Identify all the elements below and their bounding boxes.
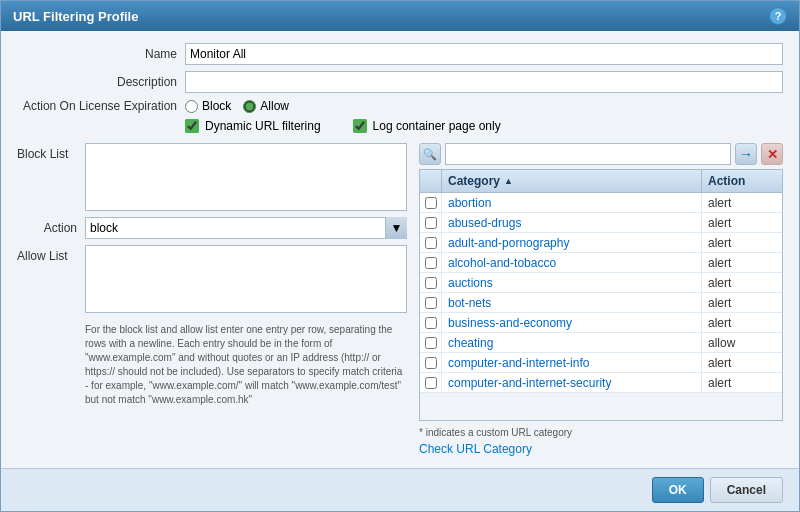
row-checkbox-cell — [420, 233, 442, 252]
row-checkbox[interactable] — [425, 197, 437, 209]
dynamic-url-checkbox-item: Dynamic URL filtering — [185, 119, 321, 133]
search-icon-btn[interactable]: 🔍 — [419, 143, 441, 165]
action-select[interactable]: block alert allow — [85, 217, 407, 239]
row-checkbox[interactable] — [425, 217, 437, 229]
row-action: alert — [702, 293, 782, 312]
radio-block-label: Block — [202, 99, 231, 113]
url-filtering-dialog: URL Filtering Profile ? Name Description… — [0, 0, 800, 512]
action-label: Action — [17, 221, 77, 235]
search-go-btn[interactable]: → — [735, 143, 757, 165]
row-category[interactable]: auctions — [442, 273, 702, 292]
row-checkbox[interactable] — [425, 257, 437, 269]
allow-list-label: Allow List — [17, 245, 77, 263]
row-category[interactable]: cheating — [442, 333, 702, 352]
description-label: Description — [17, 75, 177, 89]
row-checkbox-cell — [420, 213, 442, 232]
row-checkbox[interactable] — [425, 357, 437, 369]
table-row: business-and-economyalert — [420, 313, 782, 333]
row-checkbox-cell — [420, 353, 442, 372]
row-checkbox-cell — [420, 193, 442, 212]
row-category[interactable]: adult-and-pornography — [442, 233, 702, 252]
help-text: For the block list and allow list enter … — [17, 323, 407, 407]
row-checkbox[interactable] — [425, 237, 437, 249]
name-row: Name — [17, 43, 783, 65]
row-checkbox-cell — [420, 273, 442, 292]
row-checkbox[interactable] — [425, 277, 437, 289]
row-action: alert — [702, 353, 782, 372]
allow-list-section: Allow List — [17, 245, 407, 313]
row-category[interactable]: alcohol-and-tobacco — [442, 253, 702, 272]
radio-allow-item: Allow — [243, 99, 289, 113]
row-action: alert — [702, 213, 782, 232]
log-container-checkbox[interactable] — [353, 119, 367, 133]
dialog-header: URL Filtering Profile ? — [1, 1, 799, 31]
row-category[interactable]: abortion — [442, 193, 702, 212]
help-icon[interactable]: ? — [769, 7, 787, 25]
dynamic-url-label: Dynamic URL filtering — [205, 119, 321, 133]
search-row: 🔍 → ✕ — [419, 143, 783, 165]
cancel-button[interactable]: Cancel — [710, 477, 783, 503]
row-action: alert — [702, 373, 782, 392]
table-row: abortionalert — [420, 193, 782, 213]
row-action: alert — [702, 313, 782, 332]
name-input[interactable] — [185, 43, 783, 65]
row-checkbox[interactable] — [425, 377, 437, 389]
table-row: computer-and-internet-infoalert — [420, 353, 782, 373]
block-list-section: Block List — [17, 143, 407, 211]
license-action-row: Action On License Expiration Block Allow — [17, 99, 783, 113]
th-action: Action — [702, 170, 782, 192]
row-category[interactable]: computer-and-internet-security — [442, 373, 702, 392]
th-check — [420, 170, 442, 192]
ok-button[interactable]: OK — [652, 477, 704, 503]
row-category[interactable]: abused-drugs — [442, 213, 702, 232]
dialog-body: Name Description Action On License Expir… — [1, 31, 799, 468]
radio-group: Block Allow — [185, 99, 289, 113]
table-row: cheatingallow — [420, 333, 782, 353]
block-list-label: Block List — [17, 143, 77, 161]
main-content: Block List Action block alert allow ▼ — [17, 143, 783, 456]
radio-allow[interactable] — [243, 100, 256, 113]
table-row: bot-netsalert — [420, 293, 782, 313]
dialog-footer: OK Cancel — [1, 468, 799, 511]
table-row: alcohol-and-tobaccoalert — [420, 253, 782, 273]
license-action-label: Action On License Expiration — [17, 99, 177, 113]
table-row: abused-drugsalert — [420, 213, 782, 233]
row-checkbox-cell — [420, 253, 442, 272]
radio-allow-label: Allow — [260, 99, 289, 113]
right-panel: 🔍 → ✕ Category ▲ Action — [419, 143, 783, 456]
description-input[interactable] — [185, 71, 783, 93]
allow-list-textarea[interactable] — [85, 245, 407, 313]
check-url-link[interactable]: Check URL Category — [419, 442, 783, 456]
radio-block[interactable] — [185, 100, 198, 113]
table-row: computer-and-internet-securityalert — [420, 373, 782, 393]
table-row: auctionsalert — [420, 273, 782, 293]
left-panel: Block List Action block alert allow ▼ — [17, 143, 407, 456]
search-input[interactable] — [445, 143, 731, 165]
dialog-title: URL Filtering Profile — [13, 9, 138, 24]
row-category[interactable]: bot-nets — [442, 293, 702, 312]
radio-block-item: Block — [185, 99, 231, 113]
row-checkbox-cell — [420, 373, 442, 392]
th-category[interactable]: Category ▲ — [442, 170, 702, 192]
action-select-wrapper: block alert allow ▼ — [85, 217, 407, 239]
row-action: allow — [702, 333, 782, 352]
row-category[interactable]: computer-and-internet-info — [442, 353, 702, 372]
row-category[interactable]: business-and-economy — [442, 313, 702, 332]
block-list-textarea[interactable] — [85, 143, 407, 211]
row-action: alert — [702, 253, 782, 272]
category-table: Category ▲ Action abortionalertabused-dr… — [419, 169, 783, 421]
row-checkbox-cell — [420, 333, 442, 352]
log-container-label: Log container page only — [373, 119, 501, 133]
row-checkbox[interactable] — [425, 337, 437, 349]
action-row: Action block alert allow ▼ — [17, 217, 407, 239]
row-checkbox[interactable] — [425, 317, 437, 329]
row-action: alert — [702, 193, 782, 212]
row-action: alert — [702, 273, 782, 292]
sort-arrow-icon: ▲ — [504, 176, 513, 186]
dynamic-url-checkbox[interactable] — [185, 119, 199, 133]
row-checkbox-cell — [420, 313, 442, 332]
row-checkbox[interactable] — [425, 297, 437, 309]
row-action: alert — [702, 233, 782, 252]
table-body: abortionalertabused-drugsalertadult-and-… — [420, 193, 782, 420]
search-clear-btn[interactable]: ✕ — [761, 143, 783, 165]
